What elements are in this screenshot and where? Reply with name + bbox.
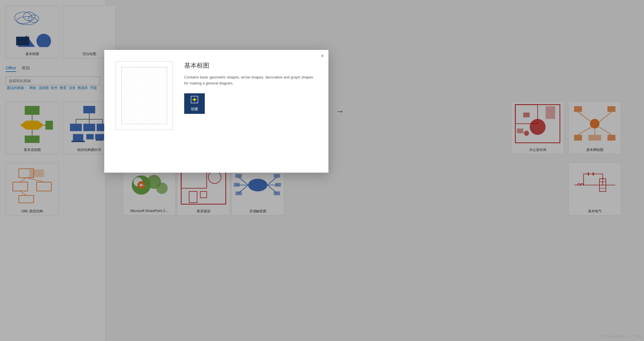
next-arrow-button[interactable]: → (336, 106, 344, 116)
modal-body: 基本框图 Contains basic geometric shapes, ar… (104, 50, 328, 173)
modal-preview (116, 61, 173, 130)
modal-dialog: × 基本框图 Contains basic geometric shapes, … (104, 50, 328, 173)
modal-description: Contains basic geometric shapes, arrow s… (184, 74, 317, 86)
svg-rect-90 (122, 67, 167, 124)
watermark: CSDN @小浠流水--人工智能 (601, 334, 642, 339)
create-button-icon (190, 96, 198, 105)
modal-title: 基本框图 (184, 61, 317, 70)
modal-info: 基本框图 Contains basic geometric shapes, ar… (184, 61, 317, 114)
modal-preview-canvas (121, 67, 167, 124)
create-button-label: 创建 (191, 106, 198, 112)
create-button[interactable]: 创建 (184, 93, 205, 114)
modal-close-button[interactable]: × (321, 53, 324, 58)
